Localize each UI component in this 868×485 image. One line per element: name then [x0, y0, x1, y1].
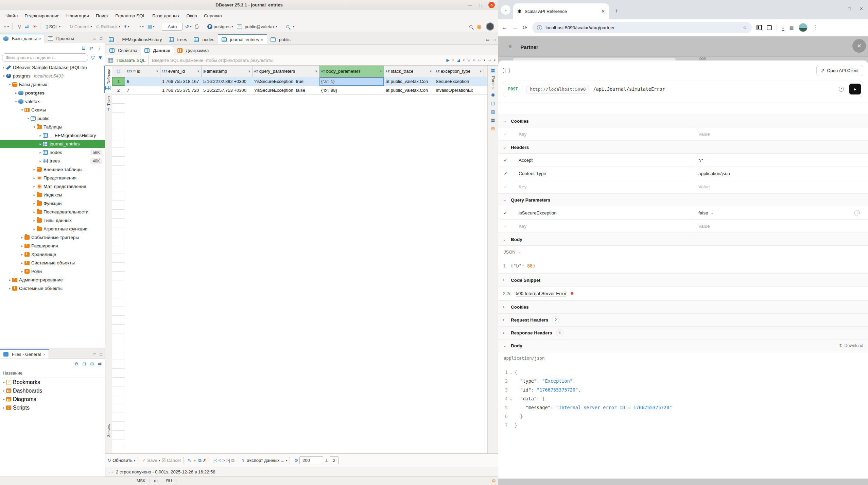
minimize-button[interactable]: —	[467, 2, 473, 8]
menu-item[interactable]: Поиск	[93, 12, 111, 20]
response-status-link[interactable]: 500 Internal Server Error	[516, 291, 567, 296]
expander-icon[interactable]: ▸	[14, 91, 18, 95]
tab-projects[interactable]: Проекты	[45, 34, 77, 43]
downloads-icon[interactable]: ↓	[782, 25, 784, 31]
hamburger-icon[interactable]: ≡	[508, 44, 511, 50]
bookmark-star-icon[interactable]: ☆	[743, 24, 747, 31]
section-response-cookies[interactable]: › Cookies	[498, 300, 868, 313]
grid-cell[interactable]: 5 16:22:57.753 +0300	[202, 86, 253, 94]
menu-item[interactable]: Редактирование	[21, 12, 63, 20]
section-response-headers[interactable]: › Response Headers 4	[498, 326, 868, 339]
expander-icon[interactable]: ▸	[1, 406, 6, 410]
browser-menu-icon[interactable]: ⋮	[812, 24, 818, 31]
column-header-event_id[interactable]: 123event_id▼	[160, 66, 202, 77]
last-page-icon[interactable]: >|	[226, 458, 230, 463]
expander-icon[interactable]: ▾	[26, 117, 31, 120]
expander-icon[interactable]: ▸	[7, 278, 12, 282]
tree-item[interactable]: ▸Внешние таблицы	[0, 165, 105, 174]
new-connection-button[interactable]: ⌁▾	[2, 23, 10, 30]
commit-mode-select[interactable]: Auto	[162, 23, 183, 31]
quick-search-icon[interactable]	[469, 25, 472, 28]
checkbox[interactable]: ✓	[498, 220, 513, 232]
grid-cell[interactable]: 7	[125, 86, 160, 94]
modal-close-button[interactable]: ✕	[852, 39, 866, 53]
cancel-button[interactable]: Cancel	[167, 458, 180, 463]
sql-filter-input[interactable]: Введите SQL выражение чтобы отфильтроват…	[149, 58, 447, 63]
param-value-input[interactable]: Value	[694, 127, 868, 140]
next-page-icon[interactable]: >	[222, 458, 225, 463]
request-path[interactable]: /api.Journal/simulateError	[593, 86, 835, 92]
row-number-cell[interactable]: 1	[112, 77, 125, 86]
section-query-parameters[interactable]: ⌄Query Parameters	[498, 193, 868, 206]
tree-item[interactable]: ▾Базы данных	[0, 80, 105, 89]
param-value-input[interactable]: Value	[694, 220, 868, 232]
metadata-icon[interactable]: ◫	[491, 101, 495, 106]
grid-cell[interactable]: {"a": 1}	[319, 77, 384, 86]
expander-icon[interactable]: ▸	[1, 389, 6, 393]
gear-icon[interactable]: ⚙	[74, 361, 79, 366]
column-header-stack_trace[interactable]: AZstack_trace▼	[384, 66, 434, 77]
checkbox[interactable]: ✓	[498, 127, 513, 140]
apply-filter-icon[interactable]: ▶	[446, 58, 449, 63]
view-tab-text[interactable]: Текст T	[106, 93, 111, 114]
filter-icon[interactable]: ▽	[467, 58, 470, 63]
new-table-icon[interactable]: ▦	[477, 24, 481, 29]
browser-tab[interactable]: ✱ Scalar API Reference ✕	[513, 3, 609, 19]
tree-item[interactable]: ▸Индексы	[0, 191, 105, 199]
fold-icon[interactable]: ⌄	[508, 397, 515, 401]
send-request-button[interactable]: ▶	[849, 84, 861, 94]
files-list-item[interactable]: ▸Scripts	[0, 403, 105, 412]
expander-icon[interactable]: ▸	[20, 244, 24, 248]
expander-icon[interactable]: ▸	[32, 185, 37, 188]
editor-tab[interactable]: journal_entries×	[218, 34, 267, 44]
timezone-indicator[interactable]: MSK	[133, 479, 150, 483]
history-back-icon[interactable]: ⇦	[478, 58, 481, 63]
compare-button[interactable]: ▤▾	[146, 23, 156, 30]
expander-icon[interactable]: ▸	[38, 159, 43, 163]
column-header-id[interactable]: 123id▼	[125, 66, 160, 77]
close-button[interactable]: ✕	[860, 6, 863, 11]
new-tab-button[interactable]: ＋	[614, 7, 620, 15]
save-button[interactable]: Save	[147, 458, 157, 463]
grid-cell[interactable]: at public_valetax.Con	[384, 77, 434, 86]
maximize-panel-icon[interactable]: □	[100, 36, 102, 41]
reconnect-button[interactable]: ⇄	[23, 23, 30, 30]
url-text[interactable]: localhost:5090/scalar/#tag/partner	[545, 25, 739, 30]
grid-cell[interactable]: InvalidOperationEx	[434, 86, 484, 94]
expander-icon[interactable]: ▸	[7, 287, 12, 290]
column-header-exception_type[interactable]: AZexception_type▼	[434, 66, 484, 77]
tree-item[interactable]: ▸Представления	[0, 174, 105, 182]
messages-icon[interactable]: ⋯	[109, 469, 113, 474]
sync-icon[interactable]: ⇄	[89, 46, 93, 51]
close-tab-icon[interactable]: ✕	[601, 9, 605, 14]
expander-icon[interactable]: ▾	[1, 74, 6, 78]
section-code-snippet[interactable]: › Code Snippet	[498, 274, 868, 287]
grid-panel-icon[interactable]: ▦	[491, 118, 495, 123]
tree-item[interactable]: ▸Системные объекты	[0, 284, 105, 293]
param-key-cell[interactable]: Content-Type	[513, 167, 694, 180]
expander-icon[interactable]: ▸	[20, 236, 24, 239]
minimize-panel-icon[interactable]: ▭	[486, 37, 489, 42]
subtab-properties[interactable]: Свойства	[106, 46, 141, 55]
connect-button[interactable]: ⚲	[16, 23, 22, 30]
value-viewer-icon[interactable]: ◉	[491, 92, 495, 97]
tree-item[interactable]: ▸Агрегатные функции	[0, 225, 105, 233]
tree-item[interactable]: ▸Системные объекты	[0, 259, 105, 267]
collapse-all-icon[interactable]: ⊟	[82, 46, 85, 51]
expander-icon[interactable]: ▸	[38, 134, 43, 137]
minimize-button[interactable]: —	[835, 6, 839, 11]
view-tab-record[interactable]: Запись	[106, 421, 111, 440]
section-body[interactable]: ⌄ Body	[498, 233, 868, 246]
fold-icon[interactable]: ⌄	[508, 370, 515, 374]
fetch-all-icon[interactable]: ⧉	[231, 458, 235, 463]
expander-icon[interactable]: ▾	[32, 125, 37, 129]
sidebar-toggle-icon[interactable]	[503, 68, 509, 73]
grid-cell[interactable]: {"b": 88}	[319, 86, 384, 94]
expander-icon[interactable]: ▸	[32, 168, 37, 171]
param-value-cell[interactable]: application/json	[694, 167, 868, 180]
filter-dropdown-icon[interactable]: ▼	[379, 70, 382, 73]
expander-icon[interactable]: ▸	[1, 380, 6, 384]
tree-item[interactable]: ▾valetax	[0, 97, 105, 106]
expander-icon[interactable]: ▸	[32, 176, 37, 180]
tree-item[interactable]: ▸journal_entries	[0, 140, 105, 148]
